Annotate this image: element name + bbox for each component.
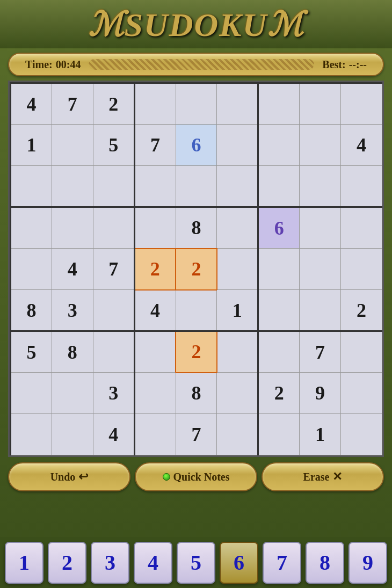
grid-cell[interactable] xyxy=(258,290,300,331)
num-btn-8[interactable]: 8 xyxy=(306,542,344,584)
num-btn-1[interactable]: 1 xyxy=(5,542,43,584)
grid-cell[interactable] xyxy=(52,373,93,414)
undo-button[interactable]: Undo ↩ xyxy=(8,462,130,491)
grid-cell[interactable]: 2 xyxy=(341,290,382,331)
grid-cell[interactable] xyxy=(176,166,217,207)
grid-cell[interactable]: 8 xyxy=(52,331,93,373)
grid-cell[interactable] xyxy=(300,207,341,249)
grid-cell[interactable] xyxy=(217,166,258,207)
grid-cell[interactable]: 8 xyxy=(11,290,52,331)
grid-cell[interactable]: 7 xyxy=(300,331,341,373)
grid-cell[interactable] xyxy=(217,414,258,455)
grid-cell[interactable]: 5 xyxy=(93,125,134,166)
grid-cell[interactable] xyxy=(258,166,300,207)
quicknotes-button[interactable]: Quick Notes xyxy=(135,462,257,491)
grid-cell[interactable] xyxy=(176,290,217,331)
grid-cell[interactable] xyxy=(258,331,300,373)
grid-cell[interactable]: 4 xyxy=(11,83,52,125)
grid-cell[interactable]: 6 xyxy=(258,207,300,249)
grid-cell[interactable] xyxy=(341,83,382,125)
grid-cell[interactable] xyxy=(52,125,93,166)
grid-cell[interactable]: 8 xyxy=(176,373,217,414)
grid-cell[interactable]: 2 xyxy=(134,249,176,290)
grid-cell[interactable] xyxy=(93,290,134,331)
grid-cell[interactable] xyxy=(217,83,258,125)
grid-cell[interactable] xyxy=(217,249,258,290)
grid-cell[interactable] xyxy=(258,414,300,455)
grid-cell[interactable]: 7 xyxy=(93,249,134,290)
grid-cell[interactable] xyxy=(134,373,176,414)
grid-cell[interactable] xyxy=(341,166,382,207)
grid-cell[interactable] xyxy=(11,249,52,290)
time-value: 00:44 xyxy=(56,59,81,71)
grid-cell[interactable] xyxy=(258,125,300,166)
grid-cell[interactable] xyxy=(93,166,134,207)
num-btn-7[interactable]: 7 xyxy=(263,542,301,584)
grid-cell[interactable] xyxy=(300,125,341,166)
grid-cell[interactable]: 8 xyxy=(176,207,217,249)
time-label: Time: xyxy=(25,59,53,71)
grid-cell[interactable] xyxy=(341,373,382,414)
grid-cell[interactable]: 2 xyxy=(93,83,134,125)
grid-cell[interactable]: 9 xyxy=(300,373,341,414)
grid-cell[interactable]: 2 xyxy=(176,331,217,373)
grid-cell[interactable]: 6 xyxy=(176,125,217,166)
grid-cell[interactable] xyxy=(217,373,258,414)
grid-cell[interactable]: 1 xyxy=(300,414,341,455)
grid-cell[interactable] xyxy=(11,166,52,207)
grid-cell[interactable] xyxy=(341,249,382,290)
grid-cell[interactable] xyxy=(217,125,258,166)
grid-cell[interactable] xyxy=(11,373,52,414)
num-btn-3[interactable]: 3 xyxy=(91,542,129,584)
erase-icon: ✕ xyxy=(332,470,342,484)
num-btn-9[interactable]: 9 xyxy=(349,542,387,584)
grid-cell[interactable] xyxy=(52,166,93,207)
grid-cell[interactable]: 7 xyxy=(52,83,93,125)
green-dot-icon xyxy=(163,473,170,481)
grid-cell[interactable]: 5 xyxy=(11,331,52,373)
grid-cell[interactable] xyxy=(134,207,176,249)
grid-cell[interactable] xyxy=(341,331,382,373)
grid-cell[interactable] xyxy=(93,331,134,373)
grid-cell[interactable] xyxy=(341,207,382,249)
grid-cell[interactable]: 4 xyxy=(93,414,134,455)
grid-cell[interactable] xyxy=(11,414,52,455)
erase-button[interactable]: Erase ✕ xyxy=(262,462,384,491)
grid-cell[interactable]: 3 xyxy=(52,290,93,331)
grid-cell[interactable] xyxy=(93,207,134,249)
grid-cell[interactable] xyxy=(134,331,176,373)
grid-cell[interactable]: 1 xyxy=(217,290,258,331)
grid-cell[interactable] xyxy=(52,414,93,455)
grid-cell[interactable] xyxy=(134,166,176,207)
grid-cell[interactable] xyxy=(134,414,176,455)
num-btn-6[interactable]: 6 xyxy=(220,542,258,584)
sudoku-grid: 472157648647228341258273829471 xyxy=(10,82,382,455)
grid-cell[interactable] xyxy=(300,249,341,290)
grid-cell[interactable] xyxy=(258,249,300,290)
num-btn-4[interactable]: 4 xyxy=(134,542,172,584)
grid-cell[interactable]: 4 xyxy=(134,290,176,331)
num-btn-5[interactable]: 5 xyxy=(177,542,215,584)
grid-cell[interactable]: 2 xyxy=(176,249,217,290)
grid-cell[interactable] xyxy=(134,83,176,125)
grid-cell[interactable] xyxy=(300,83,341,125)
grid-cell[interactable]: 2 xyxy=(258,373,300,414)
grid-cell[interactable] xyxy=(11,207,52,249)
grid-cell[interactable]: 7 xyxy=(134,125,176,166)
grid-cell[interactable]: 4 xyxy=(52,249,93,290)
grid-cell[interactable] xyxy=(258,83,300,125)
grid-cell[interactable]: 1 xyxy=(11,125,52,166)
grid-cell[interactable] xyxy=(217,207,258,249)
grid-cell[interactable]: 7 xyxy=(176,414,217,455)
quicknotes-label: Quick Notes xyxy=(173,471,230,483)
grid-cell[interactable] xyxy=(176,83,217,125)
grid-cell[interactable]: 4 xyxy=(341,125,382,166)
grid-cell[interactable] xyxy=(300,290,341,331)
grid-cell[interactable]: 3 xyxy=(93,373,134,414)
grid-cell[interactable] xyxy=(217,331,258,373)
num-btn-2[interactable]: 2 xyxy=(48,542,86,584)
grid-cell[interactable] xyxy=(52,207,93,249)
time-section: Time: 00:44 xyxy=(25,59,81,71)
grid-cell[interactable] xyxy=(341,414,382,455)
grid-cell[interactable] xyxy=(300,166,341,207)
